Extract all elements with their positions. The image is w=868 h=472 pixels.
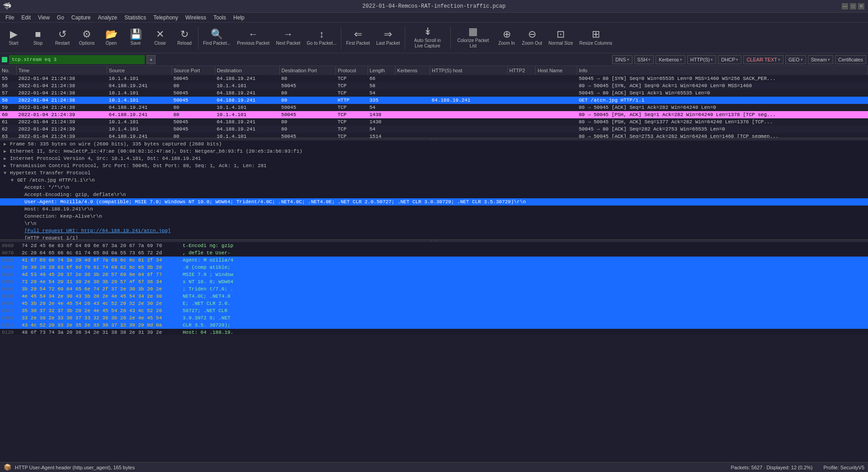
toolbar-btn-save[interactable]: 💾Save: [124, 24, 147, 51]
hex-row[interactable]: 00d04e 45 54 34 2e 30 43 3b 20 2e 4e 45 …: [0, 293, 868, 300]
toolbar-btn-prev[interactable]: ←Previous Packet: [234, 24, 272, 51]
toolbar-btn-open[interactable]: 📂Open: [99, 24, 123, 51]
menu-item-tools[interactable]: Tools: [210, 14, 230, 22]
geo-tag[interactable]: GEO ▾: [785, 55, 806, 64]
cell-src: 64.188.19.241: [107, 111, 172, 118]
col-kerberos[interactable]: Kerberos: [395, 66, 430, 75]
detail-row[interactable]: User-Agent: Mozilla/4.0 (compatible; MSI…: [0, 198, 868, 206]
menu-item-help[interactable]: Help: [230, 14, 248, 22]
detail-row[interactable]: [Full request URI: http://64.188.19.241/…: [0, 227, 868, 234]
hex-row[interactable]: 00b073 20 4e 54 20 31 30 2e 30 3b 20 57 …: [0, 278, 868, 285]
table-row[interactable]: 572022-01-04 21:24:3810.1.4.1015004564.1…: [0, 89, 868, 97]
menu-item-view[interactable]: View: [34, 14, 53, 22]
col-hostname[interactable]: Host Name: [536, 66, 577, 75]
table-row[interactable]: 592022-01-04 21:24:3864.188.19.2418010.1…: [0, 104, 868, 111]
toolbar-btn-next[interactable]: →Next Packet: [273, 24, 303, 51]
toolbar-btn-autoscroll[interactable]: ↡Auto Scroll in Live Capture: [407, 24, 448, 51]
ssh-tag[interactable]: SSH ▾: [634, 55, 654, 64]
table-row[interactable]: 582022-01-04 21:24:3810.1.4.1015004564.1…: [0, 97, 868, 104]
table-row[interactable]: 552022-01-04 21:24:3810.1.4.1015004564.1…: [0, 75, 868, 82]
hex-row[interactable]: 00a04d 53 49 45 20 37 2e 30 3b 20 57 69 …: [0, 271, 868, 278]
toolbar-btn-normalsize[interactable]: ⊡Normal Size: [546, 24, 576, 51]
menu-item-go[interactable]: Go: [53, 14, 68, 22]
https-tag[interactable]: HTTP(S) ▾: [687, 55, 716, 64]
detail-row[interactable]: Accept: */*\r\n: [0, 184, 868, 191]
cell-no: 57: [0, 89, 17, 97]
detail-row[interactable]: Accept-Encoding: gzip, deflate\r\n: [0, 191, 868, 198]
filter-input[interactable]: [9, 55, 145, 64]
col-protocol[interactable]: Protocol: [336, 66, 368, 75]
hex-row[interactable]: 00702c 20 64 65 66 6c 61 74 65 0d 0a 55 …: [0, 249, 868, 257]
menu-item-wireless[interactable]: Wireless: [182, 14, 210, 22]
toolbar-btn-last[interactable]: ⇒Last Packet: [373, 24, 402, 51]
detail-row[interactable]: ▼Hypertext Transfer Protocol: [0, 169, 868, 177]
kerberos-tag[interactable]: Kerberos ▾: [656, 55, 685, 64]
toolbar-btn-first[interactable]: ⇐First Packet: [343, 24, 373, 51]
toolbar-btn-colorize[interactable]: ▦Colorize Packet List: [453, 24, 494, 51]
toolbar-btn-resizecols[interactable]: ⊞Resize Columns: [576, 24, 615, 51]
toolbar-btn-find[interactable]: 🔍Find Packet...: [200, 24, 233, 51]
hex-ascii: t-Encodi ng: gzip: [181, 243, 233, 248]
dns-tag[interactable]: DNS ▾: [612, 55, 632, 64]
detail-row[interactable]: ▶Ethernet II, Src: HewlettP_1c:47:ae (00…: [0, 148, 868, 155]
stream-tag[interactable]: Stream ▾: [808, 55, 833, 64]
hex-offset: 00e0: [0, 301, 18, 306]
col-no[interactable]: No.: [0, 66, 17, 75]
hex-row[interactable]: 00f035 30 37 32 37 3b 20 2e 4e 45 54 20 …: [0, 307, 868, 314]
detail-row[interactable]: \r\n: [0, 220, 868, 227]
minimize-button[interactable]: —: [842, 3, 848, 9]
toolbar-btn-reload[interactable]: ↻Reload: [173, 24, 196, 51]
col-time[interactable]: Time: [17, 66, 107, 75]
table-row[interactable]: 602022-01-04 21:24:3964.188.19.2418010.1…: [0, 111, 868, 118]
toolbar-btn-zoomout[interactable]: ⊖Zoom Out: [519, 24, 545, 51]
close-button[interactable]: ✕: [858, 3, 864, 9]
toolbar-btn-close[interactable]: ✕Close: [148, 24, 172, 51]
col-info[interactable]: Info: [577, 66, 868, 75]
hex-row[interactable]: 00e045 3b 20 2e 4e 45 54 20 43 4c 52 20 …: [0, 300, 868, 307]
open-icon: 📂: [105, 29, 118, 39]
hex-row[interactable]: 008041 67 65 6e 74 3a 20 4d 6f 7a 69 6c …: [0, 257, 868, 264]
col-length[interactable]: Length: [368, 66, 395, 75]
maximize-button[interactable]: □: [850, 3, 856, 9]
detail-row[interactable]: ▶Transmission Control Protocol, Src Port…: [0, 162, 868, 169]
col-http-host[interactable]: HTTP(S) host: [430, 66, 507, 75]
hex-row[interactable]: 00c03b 20 54 72 69 64 65 6e 74 2f 37 2e …: [0, 285, 868, 293]
menu-item-analyze[interactable]: Analyze: [94, 14, 121, 22]
clear-text-tag[interactable]: CLEAR TEXT ▾: [743, 55, 783, 64]
menu-item-file[interactable]: File: [2, 14, 18, 22]
col-http2[interactable]: HTTP2: [507, 66, 536, 75]
detail-text: Accept-Encoding: gzip, deflate\r\n: [24, 192, 126, 197]
toolbar-label-normalsize: Normal Size: [548, 41, 573, 46]
detail-row[interactable]: ▼GET /atcn.jpg HTTP/1.1\r\n: [0, 177, 868, 184]
hex-row[interactable]: 010033 2e 30 2e 33 30 37 33 32 39 3b 20 …: [0, 314, 868, 322]
hex-row[interactable]: 00902e 30 20 28 63 6f 6d 70 61 74 69 62 …: [0, 264, 868, 271]
detail-row[interactable]: ▶Internet Protocol Version 4, Src: 10.1.…: [0, 155, 868, 162]
toolbar-btn-stop[interactable]: ■Stop: [26, 24, 50, 51]
hex-row[interactable]: 012048 6f 73 74 3a 20 36 34 2e 31 38 38 …: [0, 329, 868, 335]
menu-item-statistics[interactable]: Statistics: [121, 14, 150, 22]
table-row[interactable]: 612022-01-04 21:24:3910.1.4.1015004564.1…: [0, 118, 868, 126]
table-row[interactable]: 562022-01-04 21:24:3864.188.19.2418010.1…: [0, 82, 868, 89]
menu-item-telephony[interactable]: Telephony: [150, 14, 182, 22]
menu-item-capture[interactable]: Capture: [68, 14, 94, 22]
toolbar-label-reload: Reload: [177, 41, 192, 46]
toolbar-btn-goto[interactable]: ↕Go to Packet...: [304, 24, 339, 51]
hex-ascii: MSIE 7.0 ; Window: [181, 272, 233, 277]
col-destination-port[interactable]: Destination Port: [279, 66, 336, 75]
dhcp-tag[interactable]: DHCP ▾: [718, 55, 741, 64]
toolbar-btn-restart[interactable]: ↺Restart: [51, 24, 74, 51]
table-row[interactable]: 622022-01-04 21:24:3910.1.4.1015004564.1…: [0, 126, 868, 133]
col-destination[interactable]: Destination: [215, 66, 279, 75]
certificates-tag[interactable]: Certificates: [835, 55, 866, 64]
toolbar-btn-zoomin[interactable]: ⊕Zoom In: [495, 24, 519, 51]
toolbar-btn-options[interactable]: ⚙Options: [75, 24, 99, 51]
detail-row[interactable]: Host: 64.188.19.241\r\n: [0, 206, 868, 213]
detail-row[interactable]: Connection: Keep-Alive\r\n: [0, 213, 868, 220]
toolbar-btn-start[interactable]: ▶Start: [2, 24, 25, 51]
col-source-port[interactable]: Source Port: [171, 66, 215, 75]
cell-proto: TCP: [336, 133, 368, 138]
col-source[interactable]: Source: [107, 66, 172, 75]
menu-item-edit[interactable]: Edit: [18, 14, 34, 22]
filter-add-button[interactable]: +: [146, 55, 156, 64]
hex-row[interactable]: 011043 4c 52 20 33 2e 35 2e 33 30 37 32 …: [0, 322, 868, 329]
